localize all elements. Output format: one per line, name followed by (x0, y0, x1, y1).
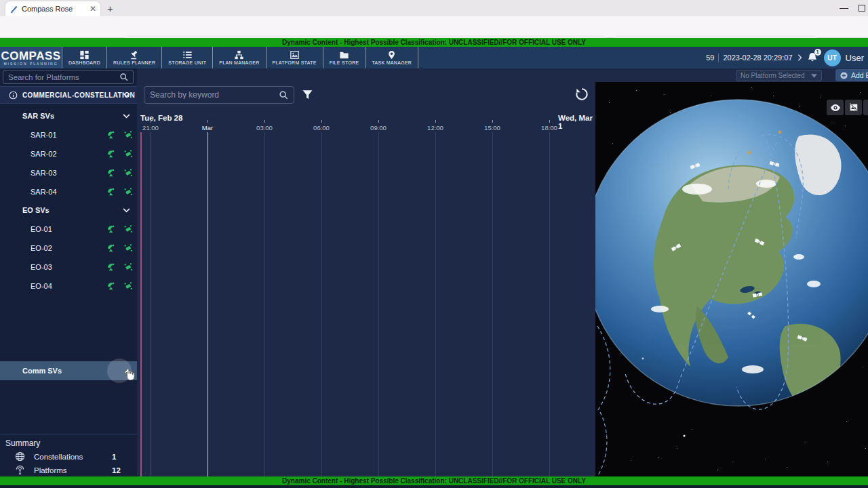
platform-row-sar-01[interactable]: SAR-01 (0, 125, 137, 144)
user-label: User (846, 53, 864, 63)
tick-label: 06:00 (304, 124, 338, 131)
group-header-eo[interactable]: EO SVs (0, 203, 137, 218)
logo-subtitle: MISSION PLANNING (3, 62, 58, 66)
tick-mark (321, 120, 322, 123)
timeline-gridline (435, 132, 436, 476)
earth-globe[interactable] (595, 82, 868, 476)
timeline-gridline (321, 132, 322, 476)
visibility-button[interactable] (827, 100, 844, 115)
group-header-sar[interactable]: SAR SVs (0, 108, 137, 123)
antenna-icon (15, 465, 25, 475)
satellite-status-icon (123, 168, 133, 178)
window-maximize-icon[interactable] (859, 5, 865, 12)
platform-row-eo-01[interactable]: EO-01 (0, 220, 137, 238)
satellite-status-icon (123, 187, 133, 197)
caret-down-icon (811, 74, 817, 78)
dish-status-icon (106, 168, 115, 178)
avatar[interactable]: UT (824, 49, 841, 66)
dish-status-icon (106, 281, 115, 291)
sidebar-search-input[interactable] (8, 73, 119, 81)
nav-right-cluster: 59 2023-02-28 20:29:07 1 UT User (706, 47, 868, 68)
tick-label: 18:00 (532, 124, 566, 131)
platform-select-dropdown[interactable]: No Platform Selected (736, 70, 822, 81)
chevron-down-icon[interactable] (123, 208, 130, 213)
dish-status-icon (106, 262, 115, 272)
globe-panel: No Platform Selected Add El (595, 68, 868, 476)
browser-toolbar: ← → ⟳ ⌂ https://dashboard-compass.space-… (0, 16, 868, 38)
clock-datetime: 2023-02-28 20:29:07 (723, 54, 792, 62)
timeline-gridline (264, 132, 265, 476)
timeline-gridline (492, 132, 493, 476)
timeline-search[interactable] (144, 86, 294, 104)
gavel-icon (130, 50, 140, 60)
image-chart-icon (290, 50, 300, 60)
dish-status-icon (106, 187, 115, 197)
compass-logo[interactable]: COMPASS MISSION PLANNING (0, 47, 62, 68)
satellite-status-icon (123, 281, 133, 291)
nav-item-task-manager[interactable]: TASK MANAGER (366, 47, 419, 68)
satellite-status-icon (123, 262, 133, 272)
dish-status-icon (106, 149, 115, 159)
clipped-tool-button[interactable] (863, 100, 868, 115)
notifications-button[interactable]: 1 (807, 52, 819, 64)
platform-row-sar-02[interactable]: SAR-02 (0, 144, 137, 163)
new-tab-icon[interactable]: + (107, 3, 113, 14)
tick-mark (264, 120, 265, 123)
tick-mark (151, 120, 151, 123)
nav-item-storage-unit[interactable]: STORAGE UNIT (162, 47, 213, 68)
browser-tabstrip: Compass Rose ✕ + — (0, 0, 868, 16)
timeline-search-input[interactable] (150, 91, 279, 99)
platform-row-eo-03[interactable]: EO-03 (0, 258, 137, 276)
summary-title: Summary (5, 439, 137, 448)
satellite-status-icon (123, 224, 133, 234)
browser-tab[interactable]: Compass Rose ✕ (5, 1, 100, 16)
add-entity-button[interactable]: Add El (835, 69, 868, 81)
globe-icon (15, 451, 25, 462)
platform-row-sar-04[interactable]: SAR-04 (0, 182, 137, 201)
dish-status-icon (106, 130, 115, 140)
platform-row-sar-03[interactable]: SAR-03 (0, 163, 137, 182)
tick-mark (549, 120, 550, 123)
dish-status-icon (106, 224, 115, 234)
map-pin-icon (387, 50, 397, 60)
filter-icon[interactable] (302, 89, 313, 100)
platform-row-eo-02[interactable]: EO-02 (0, 239, 137, 257)
platform-sidebar: COMMERCIAL-CONSTELLATION SAR SVs SAR-01 … (0, 68, 137, 476)
classification-banner-bottom: Dynamic Content - Highest Possible Class… (0, 476, 868, 485)
nav-item-platform-state[interactable]: PLATFORM STATE (267, 47, 323, 68)
imagery-off-button[interactable] (845, 100, 862, 115)
dashboard-icon (79, 50, 90, 60)
info-icon (9, 91, 18, 100)
nav-item-dashboard[interactable]: DASHBOARD (62, 47, 107, 68)
refresh-icon[interactable] (574, 87, 589, 102)
bell-badge: 1 (814, 49, 821, 56)
chevron-icon[interactable] (117, 367, 123, 374)
platform-row-eo-04[interactable]: EO-04 (0, 277, 137, 295)
chevron-down-icon[interactable] (123, 93, 130, 98)
nav-item-rules-planner[interactable]: RULES PLANNER (107, 47, 162, 68)
app-window: Compass Rose ✕ + — ← → ⟳ ⌂ https://dashb… (0, 0, 868, 488)
window-minimize-icon[interactable]: — (840, 3, 848, 13)
constellation-name: COMMERCIAL-CONSTELLATION (22, 92, 135, 99)
sidebar-search[interactable] (3, 70, 134, 84)
tick-label: 03:00 (248, 124, 281, 131)
search-icon (279, 90, 288, 100)
clock-expand-icon[interactable] (797, 54, 802, 61)
space-view[interactable] (595, 82, 868, 476)
satellite-status-icon (123, 243, 133, 253)
satellite-status-icon (123, 149, 133, 159)
tick-label: Mar (191, 124, 224, 131)
plus-circle-icon (840, 72, 848, 79)
chevron-down-icon[interactable] (123, 114, 130, 119)
nav-item-file-store[interactable]: FILE STORE (323, 47, 366, 68)
timeline-day-left: Tue, Feb 28 (140, 114, 182, 122)
list-icon (182, 50, 193, 60)
window-bottom-edge (0, 485, 868, 488)
nav-item-plan-manager[interactable]: PLAN MANAGER (213, 47, 266, 68)
sitemap-icon (234, 50, 244, 60)
timeline-gridline (378, 132, 379, 476)
tab-close-icon[interactable]: ✕ (90, 5, 96, 13)
constellation-header[interactable]: COMMERCIAL-CONSTELLATION (0, 86, 137, 104)
timeline-gridline (151, 132, 151, 476)
tick-label: 12:00 (418, 124, 452, 131)
